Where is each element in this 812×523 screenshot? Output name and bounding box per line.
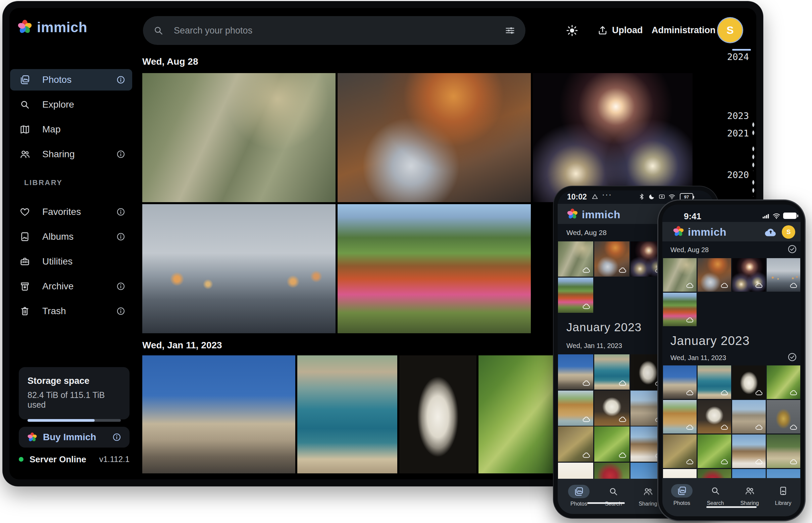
search-icon <box>153 25 164 36</box>
photo-thumbnail-beach-cliff[interactable] <box>663 400 696 433</box>
wifi-icon <box>773 212 780 220</box>
info-icon[interactable] <box>112 432 121 442</box>
date-group-heading: Wed, Aug 28 <box>566 229 607 237</box>
sidebar-item-utilities[interactable]: Utilities <box>10 251 132 272</box>
photo-thumbnail-hands[interactable] <box>767 258 800 292</box>
info-icon[interactable] <box>116 282 125 291</box>
theme-toggle-sun-icon[interactable] <box>566 24 578 37</box>
photo-thumbnail-monkeys[interactable] <box>663 258 696 292</box>
photo-thumbnail-garden-path[interactable] <box>663 293 696 326</box>
photo-thumbnail-monkeys[interactable] <box>558 241 593 276</box>
sidebar-item-favorites[interactable]: Favorites <box>10 201 132 222</box>
search-input[interactable] <box>173 25 495 36</box>
do-not-disturb-moon-icon <box>648 193 655 200</box>
search-bar[interactable] <box>143 16 525 45</box>
sidebar-item-label: Map <box>42 124 61 135</box>
photo-thumbnail-lizard-rocks[interactable] <box>663 434 696 468</box>
immich-logo-icon <box>672 225 685 237</box>
avatar-initial: S <box>787 228 791 236</box>
sidebar-item-archive[interactable]: Archive <box>10 275 132 297</box>
sidebar-item-photos[interactable]: Photos <box>10 69 132 91</box>
timeline-dot-ticks[interactable] <box>751 178 755 196</box>
timeline-scrubber-handle[interactable] <box>732 49 751 51</box>
photo-thumbnail-lizard-rocks[interactable] <box>558 427 593 462</box>
timeline-year[interactable]: 2021 <box>727 128 749 139</box>
select-all-check-icon[interactable] <box>787 244 797 254</box>
photo-marble-bust[interactable] <box>399 355 477 473</box>
photo-thumbnail-ruins[interactable] <box>732 400 766 433</box>
photo-thumbnail-dinner[interactable] <box>594 241 629 276</box>
photo-thumbnail-fireworks[interactable] <box>732 258 766 292</box>
timeline-dot-ticks[interactable] <box>751 121 755 138</box>
bluetooth-icon <box>638 193 645 200</box>
photo-thumbnail-fortress[interactable] <box>558 354 593 390</box>
cloud-backup-icon <box>686 458 694 466</box>
upload-button[interactable]: Upload <box>597 18 643 42</box>
cloud-backup-icon <box>686 281 694 290</box>
photo-thumbnail-coast[interactable] <box>697 365 731 399</box>
sidebar-item-label: Albums <box>42 231 73 242</box>
timeline-year[interactable]: 2024 <box>727 52 749 62</box>
photo-thumbnail-bust[interactable] <box>732 365 766 399</box>
date-group-heading: Wed, Jan 11, 2023 <box>142 340 222 351</box>
photo-thumbnail-dinner[interactable] <box>697 258 731 292</box>
photo-thumbnail-berries[interactable] <box>767 365 800 399</box>
sidebar-item-explore[interactable]: Explore <box>10 94 132 115</box>
user-avatar[interactable]: S <box>718 18 742 42</box>
server-status-row: Server Online v1.112.1 <box>19 452 129 467</box>
administration-link[interactable]: Administration <box>652 18 716 42</box>
photo-green-berries[interactable] <box>479 355 556 473</box>
photo-holding-hands[interactable] <box>142 204 335 333</box>
photo-thumbnail-sculpture[interactable] <box>697 400 731 433</box>
nav-label: Library <box>775 500 792 506</box>
date-group-heading: Wed, Jan 11, 2023 <box>670 354 726 362</box>
photo-thumbnail-alpine-village[interactable] <box>767 434 800 468</box>
sidebar-item-trash[interactable]: Trash <box>10 301 132 322</box>
photo-zoo-monkeys[interactable] <box>142 73 335 202</box>
cloud-backup-icon <box>582 266 591 274</box>
photo-thumbnail-garden-path[interactable] <box>558 277 593 313</box>
cloud-backup-sync-icon[interactable] <box>764 225 778 239</box>
photo-autumn-garden-path[interactable] <box>338 204 531 333</box>
sidebar-item-map[interactable]: Map <box>10 119 132 140</box>
sidebar-item-albums[interactable]: Albums <box>10 226 132 248</box>
photo-thumbnail-beach-cliff[interactable] <box>558 391 593 426</box>
photo-thumbnail-winter-village[interactable] <box>732 434 766 468</box>
timeline-dot-ticks[interactable] <box>751 145 755 171</box>
info-icon[interactable] <box>116 232 125 241</box>
photo-thumbnail-lizard-moss[interactable] <box>697 434 731 468</box>
photo-autumn-dinner-table[interactable] <box>338 73 531 202</box>
photo-thumbnail-sculpture[interactable] <box>594 391 629 426</box>
photo-thumbnail-coast[interactable] <box>594 354 629 390</box>
sidebar-item-label: Sharing <box>42 149 75 160</box>
sharing-people-icon <box>19 149 30 160</box>
nav-item-search[interactable]: Search <box>698 484 732 506</box>
photo-thumbnail-ornament[interactable] <box>767 400 800 433</box>
info-icon[interactable] <box>116 207 125 217</box>
signal-bars-icon <box>762 212 770 220</box>
photo-thumbnail-lizard-moss[interactable] <box>594 427 629 462</box>
info-icon[interactable] <box>116 149 125 159</box>
photo-thumbnail-fortress[interactable] <box>663 365 696 399</box>
select-all-check-icon[interactable] <box>787 352 797 362</box>
nav-item-sharing[interactable]: Sharing <box>733 484 766 506</box>
nav-label: Sharing <box>740 500 759 506</box>
storage-usage-text: 82.4 TiB of 115.1 TiB used <box>28 390 121 410</box>
nav-item-photos[interactable]: Photos <box>665 484 698 506</box>
home-indicator[interactable] <box>587 502 625 504</box>
album-icon <box>19 231 30 242</box>
info-icon[interactable] <box>116 306 125 316</box>
user-avatar[interactable]: S <box>782 225 795 239</box>
timeline-year[interactable]: 2020 <box>727 170 749 180</box>
filter-tune-icon[interactable] <box>505 25 515 36</box>
search-icon <box>608 486 618 497</box>
buy-immich-button[interactable]: Buy Immich <box>19 427 129 448</box>
photo-fireworks[interactable] <box>533 73 693 202</box>
photo-coastal-fort[interactable] <box>297 355 397 473</box>
home-indicator[interactable] <box>706 506 757 508</box>
photo-fortress-walls[interactable] <box>142 355 295 473</box>
timeline-year[interactable]: 2023 <box>727 111 749 121</box>
info-icon[interactable] <box>116 75 125 85</box>
nav-item-library[interactable]: Library <box>766 484 800 506</box>
sidebar-item-sharing[interactable]: Sharing <box>10 144 132 165</box>
